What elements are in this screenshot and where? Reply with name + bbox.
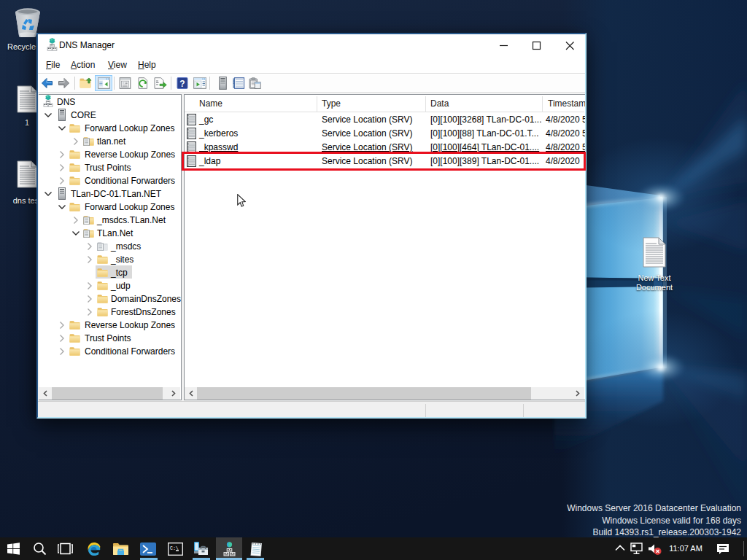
svg-text:?: ? — [179, 79, 185, 89]
